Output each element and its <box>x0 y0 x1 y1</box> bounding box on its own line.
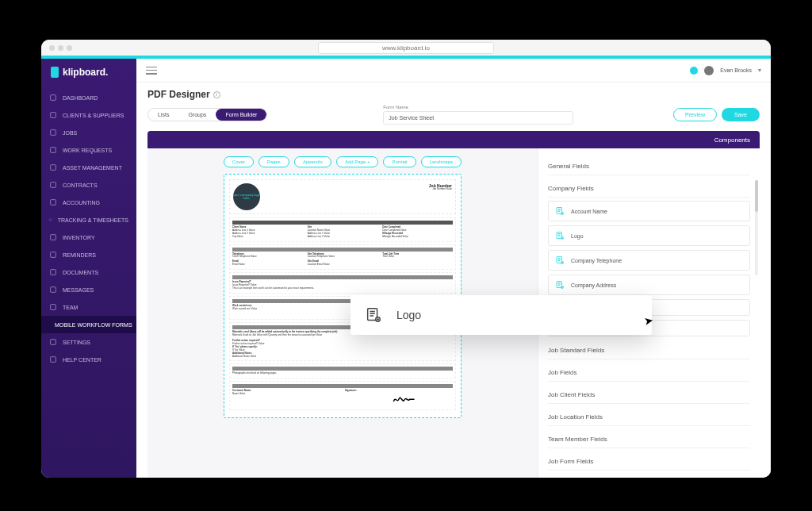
sidebar: klipboard. DASHBOARDCLIENTS & SUPPLIERSJ… <box>41 59 136 478</box>
svg-rect-10 <box>51 270 56 275</box>
sidebar-item-label: TRACKING & TIMESHEETS <box>58 217 128 223</box>
field-card-logo[interactable]: Logo <box>548 225 750 246</box>
sidebar-item-asset-management[interactable]: ASSET MANAGEMENT <box>41 159 136 176</box>
sidebar-item-settings[interactable]: SETTINGS <box>41 333 136 351</box>
sub-tabs: ListsGroupsForm Builder <box>147 108 267 121</box>
sidebar-item-label: CLIENTS & SUPPLIERS <box>63 113 124 118</box>
preview-button[interactable]: Preview <box>673 108 717 121</box>
tracking-icon <box>49 216 52 224</box>
sidebar-item-label: MESSAGES <box>63 287 94 293</box>
app-window: www.klipboard.io klipboard. DASHBOARDCLI… <box>41 40 771 478</box>
sidebar-item-label: JOBS <box>63 130 77 136</box>
appendix-button[interactable]: Appendix <box>294 156 331 167</box>
panel-section-job-fields[interactable]: Job Fields <box>548 363 750 382</box>
field-card-company-address[interactable]: Company Address <box>548 275 750 295</box>
field-card-account-name[interactable]: Account Name <box>548 201 750 221</box>
panel-section-job-form-fields[interactable]: Job Form Fields <box>548 451 750 471</box>
titlebar: www.klipboard.io <box>41 40 771 56</box>
work-requests-icon <box>49 146 57 154</box>
documents-icon <box>49 268 57 276</box>
svg-rect-7 <box>50 219 52 221</box>
window-controls[interactable] <box>49 45 72 51</box>
sidebar-item-contracts[interactable]: CONTRACTS <box>41 176 136 194</box>
contracts-icon <box>49 181 57 189</box>
landscape-button[interactable]: Landscape <box>421 156 462 167</box>
sidebar-item-clients-suppliers[interactable]: CLIENTS & SUPPLIERS <box>41 106 136 124</box>
panel-section-company-fields[interactable]: Company Fields <box>548 179 750 198</box>
page-title: PDF Designer i <box>147 89 760 100</box>
svg-rect-15 <box>51 357 56 363</box>
chevron-down-icon[interactable]: ▾ <box>758 67 761 74</box>
panel-section-job-location-fields[interactable]: Job Location Fields <box>548 407 750 426</box>
pages-button[interactable]: Pages <box>259 156 289 167</box>
form-name-input[interactable] <box>383 111 573 125</box>
sidebar-item-label: REMINDERS <box>63 252 96 258</box>
sidebar-item-jobs[interactable]: JOBS <box>41 124 136 141</box>
sidebar-item-label: HELP CENTER <box>63 357 102 363</box>
info-icon[interactable]: i <box>213 91 220 98</box>
topbar: Evan Brooks ▾ <box>136 59 771 83</box>
sidebar-item-dashboard[interactable]: DASHBOARD <box>41 89 136 106</box>
svg-rect-4 <box>51 165 56 171</box>
form-name-label: Form Name <box>383 105 573 110</box>
sidebar-item-accounting[interactable]: ACCOUNTING <box>41 194 136 211</box>
avatar[interactable] <box>704 66 714 75</box>
logo-placeholder[interactable]: your company logo here. <box>233 183 260 210</box>
panel-section-job-client-fields[interactable]: Job Client Fields <box>548 385 750 404</box>
help-icon <box>49 355 57 363</box>
sidebar-item-team[interactable]: TEAM <box>41 298 136 316</box>
job-number-value: Job Number Value <box>429 188 452 191</box>
field-label: Logo <box>571 233 584 239</box>
team-icon <box>49 303 57 311</box>
brand[interactable]: klipboard. <box>41 59 136 89</box>
svg-rect-0 <box>51 95 56 101</box>
scrollbar[interactable] <box>755 180 758 275</box>
sidebar-item-label: MOBILE WORKFLOW FORMS <box>55 322 132 328</box>
field-icon <box>365 306 382 324</box>
panel-section-job-standard-fields[interactable]: Job Standard Fields <box>548 340 750 359</box>
tab-groups[interactable]: Groups <box>178 109 216 121</box>
sidebar-nav: DASHBOARDCLIENTS & SUPPLIERSJOBSWORK REQ… <box>41 89 136 478</box>
svg-rect-14 <box>51 340 56 345</box>
sidebar-item-work-requests[interactable]: WORK REQUESTS <box>41 141 136 159</box>
cover-button[interactable]: Cover <box>224 156 254 167</box>
sidebar-item-inventory[interactable]: INVENTORY <box>41 229 136 246</box>
sidebar-item-messages[interactable]: MESSAGES <box>41 281 136 298</box>
sidebar-item-documents[interactable]: DOCUMENTS <box>41 263 136 281</box>
field-icon <box>555 231 565 240</box>
brand-icon <box>51 67 59 78</box>
dragging-field-card[interactable]: Logo <box>350 295 652 335</box>
components-header: Components <box>714 136 750 144</box>
sidebar-item-label: INVENTORY <box>63 235 95 240</box>
sidebar-item-help-center[interactable]: HELP CENTER <box>41 351 136 368</box>
save-button[interactable]: Save <box>722 108 760 121</box>
brand-text: klipboard. <box>63 67 108 78</box>
sidebar-item-tracking-timesheets[interactable]: TRACKING & TIMESHEETS <box>41 211 136 229</box>
accounting-icon <box>49 198 57 206</box>
jobs-icon <box>49 129 57 136</box>
sidebar-item-mobile-workflow-forms[interactable]: MOBILE WORKFLOW FORMS <box>41 316 136 333</box>
svg-rect-3 <box>51 148 56 153</box>
settings-icon <box>49 338 57 346</box>
field-label: Account Name <box>571 209 607 214</box>
sidebar-item-label: SETTINGS <box>63 340 90 345</box>
panel-section-general-fields[interactable]: General Fields <box>548 156 750 175</box>
field-card-company-telephone[interactable]: Company Telephone <box>548 250 750 271</box>
page-header: PDF Designer i ListsGroupsForm Builder F… <box>136 83 771 128</box>
svg-rect-12 <box>51 305 56 310</box>
tab-form-builder[interactable]: Form Builder <box>216 109 266 121</box>
main: Evan Brooks ▾ PDF Designer i ListsGroups… <box>136 59 771 478</box>
portrait-button[interactable]: Portrait <box>383 156 416 167</box>
notification-dot[interactable] <box>690 67 698 75</box>
panel-section-team-member-fields[interactable]: Team Member Fields <box>548 429 750 448</box>
tab-lists[interactable]: Lists <box>148 109 178 121</box>
sidebar-item-label: TEAM <box>63 305 78 310</box>
add-page-button[interactable]: Add Page + <box>336 156 379 167</box>
field-label: Company Telephone <box>571 258 622 263</box>
cursor-icon: ➤ <box>643 313 655 328</box>
signature <box>345 393 453 407</box>
hamburger-icon[interactable] <box>146 67 157 75</box>
reminders-icon <box>49 251 57 259</box>
sidebar-item-reminders[interactable]: REMINDERS <box>41 246 136 263</box>
url-bar[interactable]: www.klipboard.io <box>318 42 494 54</box>
